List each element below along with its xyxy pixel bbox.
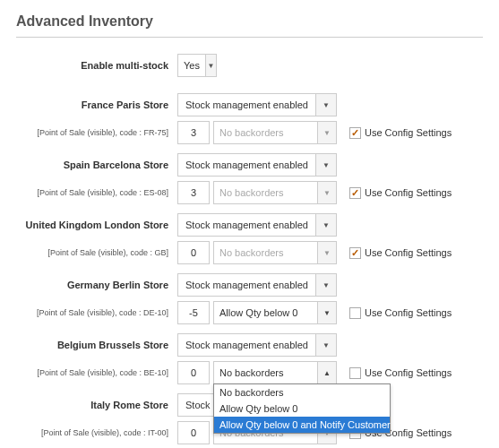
stock-management-value: Stock management enabled <box>177 273 315 297</box>
stock-management-value: Stock management enabled <box>177 93 315 116</box>
use-config-checkbox[interactable] <box>349 367 361 379</box>
use-config-checkbox[interactable]: ✓ <box>349 187 361 199</box>
qty-input[interactable] <box>177 421 210 444</box>
store-name-label: Spain Barcelona Store <box>16 159 177 170</box>
use-config-label: Use Config Settings <box>365 367 452 378</box>
store-meta: [Point of Sale (visible), code : ES-08] <box>16 188 177 197</box>
backorder-option[interactable]: No backorders <box>214 384 390 401</box>
chevron-down-icon: ▼ <box>315 93 337 116</box>
stock-management-value: Stock management enabled <box>177 333 315 357</box>
backorder-select[interactable]: No backorders▼ <box>213 241 337 264</box>
store-block: Germany Berlin StoreStock management ena… <box>16 273 483 324</box>
qty-input[interactable] <box>177 241 210 264</box>
backorder-value: Allow Qty below 0 <box>213 301 317 324</box>
chevron-down-icon: ▼ <box>317 121 337 144</box>
chevron-down-icon: ▼ <box>315 273 337 297</box>
backorder-value: No backorders <box>213 361 317 384</box>
use-config-checkbox[interactable] <box>349 307 361 319</box>
store-name-label: United Kingdom London Store <box>16 220 177 230</box>
store-meta: [Point of Sale (visible), code : BE-10] <box>16 368 177 377</box>
page-title: Advanced Inventory <box>16 13 483 38</box>
store-name-label: Belgium Brussels Store <box>16 340 177 350</box>
enable-multistock-row: Enable multi-stock Yes ▼ <box>16 54 483 77</box>
store-name-label: Germany Berlin Store <box>16 280 177 290</box>
backorder-dropdown: No backordersAllow Qty below 0Allow Qty … <box>213 383 391 434</box>
store-block: United Kingdom London StoreStock managem… <box>16 213 483 264</box>
use-config-checkbox[interactable]: ✓ <box>349 127 361 139</box>
use-config-label: Use Config Settings <box>365 307 452 318</box>
chevron-down-icon: ▼ <box>317 301 337 324</box>
stock-management-value: Stock management enabled <box>177 153 315 177</box>
enable-multistock-select[interactable]: Yes ▼ <box>177 54 217 77</box>
chevron-down-icon: ▼ <box>317 241 337 264</box>
use-config-label: Use Config Settings <box>365 187 452 198</box>
stock-management-select[interactable]: Stock management enabled▼ <box>177 153 337 177</box>
chevron-down-icon: ▼ <box>205 54 217 77</box>
store-name-label: Italy Rome Store <box>16 400 177 410</box>
store-meta: [Point of Sale (visible), code : DE-10] <box>16 308 177 317</box>
qty-input[interactable] <box>177 181 210 204</box>
chevron-down-icon: ▼ <box>315 333 337 357</box>
enable-multistock-value: Yes <box>177 54 205 77</box>
qty-input[interactable] <box>177 121 210 144</box>
store-block: Spain Barcelona StoreStock management en… <box>16 153 483 204</box>
backorder-select[interactable]: No backorders▼ <box>213 181 337 204</box>
backorder-option[interactable]: Allow Qty below 0 and Notify Customer <box>214 417 390 433</box>
chevron-down-icon: ▼ <box>317 181 337 204</box>
backorder-select[interactable]: No backorders▼ <box>213 121 337 144</box>
store-meta: [Point of Sale (visible), code : FR-75] <box>16 128 177 137</box>
chevron-down-icon: ▼ <box>315 153 337 177</box>
backorder-option[interactable]: Allow Qty below 0 <box>214 401 390 417</box>
store-name-label: France Paris Store <box>16 99 177 110</box>
backorder-value: No backorders <box>213 121 317 144</box>
chevron-down-icon: ▼ <box>315 213 337 237</box>
stock-management-select[interactable]: Stock management enabled▼ <box>177 213 337 237</box>
chevron-up-icon: ▲ <box>317 361 337 384</box>
backorder-value: No backorders <box>213 181 317 204</box>
backorder-value: No backorders <box>213 241 317 264</box>
enable-multistock-label: Enable multi-stock <box>16 60 177 71</box>
backorder-select[interactable]: No backorders▲No backordersAllow Qty bel… <box>213 361 337 384</box>
use-config-checkbox[interactable]: ✓ <box>349 247 361 259</box>
qty-input[interactable] <box>177 361 210 384</box>
use-config-label: Use Config Settings <box>365 127 452 138</box>
stock-management-select[interactable]: Stock management enabled▼ <box>177 93 337 116</box>
qty-input[interactable] <box>177 301 210 324</box>
backorder-select[interactable]: Allow Qty below 0▼ <box>213 301 337 324</box>
stock-management-value: Stock management enabled <box>177 213 315 237</box>
store-block: France Paris StoreStock management enabl… <box>16 93 483 144</box>
store-meta: [Point of Sale (visible), code : GB] <box>16 248 177 257</box>
store-meta: [Point of Sale (visible), code : IT-00] <box>16 428 177 437</box>
stock-management-select[interactable]: Stock management enabled▼ <box>177 273 337 297</box>
use-config-label: Use Config Settings <box>365 247 452 258</box>
store-block: Belgium Brussels StoreStock management e… <box>16 333 483 384</box>
stock-management-select[interactable]: Stock management enabled▼ <box>177 333 337 357</box>
